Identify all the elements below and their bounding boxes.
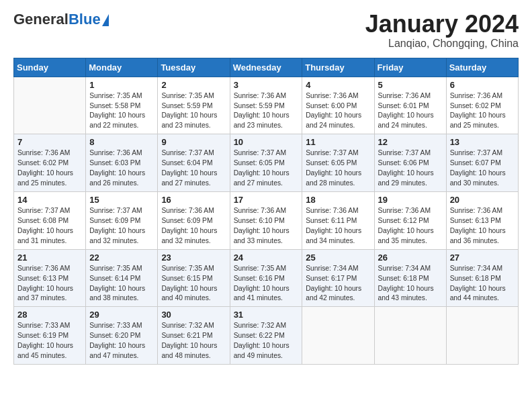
calendar-week-4: 21Sunrise: 7:36 AMSunset: 6:13 PMDayligh… <box>14 249 519 307</box>
calendar-cell: 10Sunrise: 7:37 AMSunset: 6:05 PMDayligh… <box>230 134 302 192</box>
day-info: Sunrise: 7:36 AMSunset: 6:13 PMDaylight:… <box>17 264 82 304</box>
calendar-cell: 1Sunrise: 7:35 AMSunset: 5:58 PMDaylight… <box>86 77 158 134</box>
day-number: 25 <box>306 253 370 263</box>
day-number: 14 <box>17 195 82 205</box>
calendar-table: SundayMondayTuesdayWednesdayThursdayFrid… <box>13 58 519 365</box>
day-number: 27 <box>450 253 515 263</box>
day-number: 4 <box>306 80 370 90</box>
day-number: 20 <box>450 195 515 205</box>
day-number: 13 <box>450 137 515 147</box>
day-info: Sunrise: 7:32 AMSunset: 6:22 PMDaylight:… <box>234 321 299 361</box>
day-info: Sunrise: 7:33 AMSunset: 6:20 PMDaylight:… <box>89 321 154 361</box>
day-info: Sunrise: 7:36 AMSunset: 6:13 PMDaylight:… <box>450 206 515 246</box>
calendar-cell: 30Sunrise: 7:32 AMSunset: 6:21 PMDayligh… <box>158 307 230 365</box>
calendar-cell: 13Sunrise: 7:37 AMSunset: 6:07 PMDayligh… <box>446 134 518 192</box>
day-number: 5 <box>378 80 443 90</box>
day-info: Sunrise: 7:35 AMSunset: 5:59 PMDaylight:… <box>161 91 226 132</box>
calendar-week-1: 1Sunrise: 7:35 AMSunset: 5:58 PMDaylight… <box>14 77 519 134</box>
calendar-cell: 16Sunrise: 7:36 AMSunset: 6:09 PMDayligh… <box>158 191 230 249</box>
calendar-cell: 12Sunrise: 7:37 AMSunset: 6:06 PMDayligh… <box>374 134 446 192</box>
logo: GeneralBlue <box>13 11 109 28</box>
weekday-header-wednesday: Wednesday <box>230 58 302 77</box>
calendar-cell: 6Sunrise: 7:36 AMSunset: 6:02 PMDaylight… <box>446 77 518 134</box>
day-number: 12 <box>378 137 443 147</box>
day-number: 11 <box>306 137 370 147</box>
weekday-header-saturday: Saturday <box>446 58 518 77</box>
page-title: January 2024 <box>365 11 519 38</box>
weekday-header-thursday: Thursday <box>302 58 374 77</box>
logo-icon <box>102 14 109 26</box>
day-number: 28 <box>17 310 82 320</box>
calendar-cell: 5Sunrise: 7:36 AMSunset: 6:01 PMDaylight… <box>374 77 446 134</box>
calendar-cell: 11Sunrise: 7:37 AMSunset: 6:05 PMDayligh… <box>302 134 374 192</box>
calendar-cell: 23Sunrise: 7:35 AMSunset: 6:15 PMDayligh… <box>158 249 230 307</box>
day-info: Sunrise: 7:35 AMSunset: 6:15 PMDaylight:… <box>161 264 226 304</box>
day-info: Sunrise: 7:37 AMSunset: 6:06 PMDaylight:… <box>378 148 443 189</box>
logo-blue-text: Blue <box>69 11 101 28</box>
day-number: 3 <box>234 80 299 90</box>
day-number: 2 <box>161 80 226 90</box>
day-number: 8 <box>89 137 154 147</box>
logo-general-text: General <box>13 11 69 28</box>
day-number: 18 <box>306 195 370 205</box>
page: GeneralBlue January 2024 Lanqiao, Chongq… <box>0 0 532 378</box>
day-info: Sunrise: 7:37 AMSunset: 6:08 PMDaylight:… <box>17 206 82 246</box>
day-number: 16 <box>161 195 226 205</box>
day-number: 9 <box>161 137 226 147</box>
day-info: Sunrise: 7:35 AMSunset: 6:14 PMDaylight:… <box>89 264 154 304</box>
day-info: Sunrise: 7:34 AMSunset: 6:17 PMDaylight:… <box>306 264 370 304</box>
calendar-week-2: 7Sunrise: 7:36 AMSunset: 6:02 PMDaylight… <box>14 134 519 192</box>
calendar-cell: 4Sunrise: 7:36 AMSunset: 6:00 PMDaylight… <box>302 77 374 134</box>
day-info: Sunrise: 7:36 AMSunset: 6:02 PMDaylight:… <box>450 91 515 132</box>
day-info: Sunrise: 7:37 AMSunset: 6:04 PMDaylight:… <box>161 148 226 189</box>
day-info: Sunrise: 7:35 AMSunset: 5:58 PMDaylight:… <box>89 91 154 132</box>
calendar-cell: 31Sunrise: 7:32 AMSunset: 6:22 PMDayligh… <box>230 307 302 365</box>
day-info: Sunrise: 7:36 AMSunset: 6:00 PMDaylight:… <box>306 91 370 132</box>
calendar-cell: 19Sunrise: 7:36 AMSunset: 6:12 PMDayligh… <box>374 191 446 249</box>
calendar-cell: 20Sunrise: 7:36 AMSunset: 6:13 PMDayligh… <box>446 191 518 249</box>
calendar-cell: 26Sunrise: 7:34 AMSunset: 6:18 PMDayligh… <box>374 249 446 307</box>
calendar-cell: 24Sunrise: 7:35 AMSunset: 6:16 PMDayligh… <box>230 249 302 307</box>
calendar-cell: 9Sunrise: 7:37 AMSunset: 6:04 PMDaylight… <box>158 134 230 192</box>
day-info: Sunrise: 7:37 AMSunset: 6:05 PMDaylight:… <box>306 148 370 189</box>
calendar-cell: 25Sunrise: 7:34 AMSunset: 6:17 PMDayligh… <box>302 249 374 307</box>
calendar-cell: 7Sunrise: 7:36 AMSunset: 6:02 PMDaylight… <box>14 134 86 192</box>
calendar-week-5: 28Sunrise: 7:33 AMSunset: 6:19 PMDayligh… <box>14 307 519 365</box>
day-info: Sunrise: 7:35 AMSunset: 6:16 PMDaylight:… <box>234 264 299 304</box>
day-info: Sunrise: 7:36 AMSunset: 6:02 PMDaylight:… <box>17 148 82 189</box>
calendar-cell: 3Sunrise: 7:36 AMSunset: 5:59 PMDaylight… <box>230 77 302 134</box>
day-number: 30 <box>161 310 226 320</box>
day-number: 23 <box>161 253 226 263</box>
calendar-cell <box>446 307 518 365</box>
day-number: 24 <box>234 253 299 263</box>
day-info: Sunrise: 7:36 AMSunset: 6:12 PMDaylight:… <box>378 206 443 246</box>
calendar-cell: 2Sunrise: 7:35 AMSunset: 5:59 PMDaylight… <box>158 77 230 134</box>
day-number: 6 <box>450 80 515 90</box>
day-number: 26 <box>378 253 443 263</box>
calendar-cell: 14Sunrise: 7:37 AMSunset: 6:08 PMDayligh… <box>14 191 86 249</box>
weekday-header-friday: Friday <box>374 58 446 77</box>
calendar-week-3: 14Sunrise: 7:37 AMSunset: 6:08 PMDayligh… <box>14 191 519 249</box>
weekday-header-row: SundayMondayTuesdayWednesdayThursdayFrid… <box>14 58 519 77</box>
calendar-cell <box>302 307 374 365</box>
day-info: Sunrise: 7:37 AMSunset: 6:09 PMDaylight:… <box>89 206 154 246</box>
day-info: Sunrise: 7:37 AMSunset: 6:07 PMDaylight:… <box>450 148 515 189</box>
day-info: Sunrise: 7:36 AMSunset: 6:01 PMDaylight:… <box>378 91 443 132</box>
day-info: Sunrise: 7:36 AMSunset: 6:11 PMDaylight:… <box>306 206 370 246</box>
calendar-cell: 27Sunrise: 7:34 AMSunset: 6:18 PMDayligh… <box>446 249 518 307</box>
day-number: 21 <box>17 253 82 263</box>
calendar-cell <box>374 307 446 365</box>
day-number: 19 <box>378 195 443 205</box>
day-number: 15 <box>89 195 154 205</box>
weekday-header-sunday: Sunday <box>14 58 86 77</box>
calendar-cell: 17Sunrise: 7:36 AMSunset: 6:10 PMDayligh… <box>230 191 302 249</box>
day-number: 31 <box>234 310 299 320</box>
day-info: Sunrise: 7:36 AMSunset: 6:10 PMDaylight:… <box>234 206 299 246</box>
day-info: Sunrise: 7:34 AMSunset: 6:18 PMDaylight:… <box>450 264 515 304</box>
page-subtitle: Lanqiao, Chongqing, China <box>365 38 519 50</box>
day-number: 22 <box>89 253 154 263</box>
title-block: January 2024 Lanqiao, Chongqing, China <box>365 11 519 50</box>
calendar-cell: 15Sunrise: 7:37 AMSunset: 6:09 PMDayligh… <box>86 191 158 249</box>
calendar-cell: 21Sunrise: 7:36 AMSunset: 6:13 PMDayligh… <box>14 249 86 307</box>
day-info: Sunrise: 7:36 AMSunset: 6:09 PMDaylight:… <box>161 206 226 246</box>
